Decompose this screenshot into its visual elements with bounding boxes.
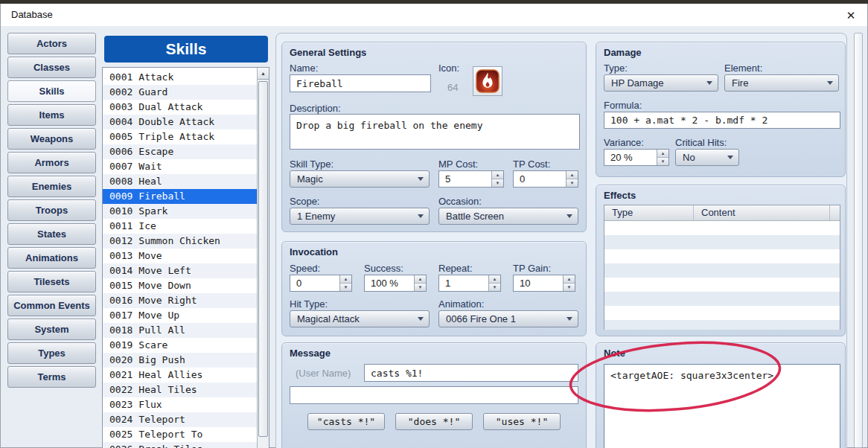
does-preset-button[interactable]: "does *!" [395,413,473,430]
sidebar-tab[interactable]: Types [7,342,96,364]
spin-up-icon[interactable]: ▲ [564,275,575,284]
chevron-down-icon [567,214,572,218]
skill-list-item[interactable]: 0011Ice [103,219,257,234]
variance-stepper[interactable]: 20 % ▲▼ [604,149,669,166]
note-input[interactable]: <targetAOE: square3x3center> [604,364,840,448]
skill-type-select[interactable]: Magic [290,170,430,188]
tp-cost-stepper[interactable]: 0 ▲▼ [513,170,578,188]
skill-list-item[interactable]: 0003Dual Attack [103,100,257,115]
skill-list-item[interactable]: 0013Move [103,249,257,263]
scope-select[interactable]: 1 Enemy [290,208,430,225]
mp-cost-stepper[interactable]: 5 ▲▼ [438,170,504,188]
skill-list-item[interactable]: 0006Escape [103,144,257,159]
skill-list-item[interactable]: 0012Summon Chicken [103,234,257,249]
general-settings-panel: General Settings Name: Icon: 64 Descript… [281,42,587,232]
sidebar-tab[interactable]: Enemies [7,176,96,197]
skill-list-item[interactable]: 0002Guard [103,85,257,100]
message-line1-input[interactable] [364,364,578,382]
sidebar-tab[interactable]: Classes [7,57,96,78]
repeat-stepper[interactable]: 1 ▲▼ [438,275,501,292]
sidebar-tab[interactable]: Troops [7,199,96,221]
name-input[interactable] [290,74,431,92]
speed-stepper[interactable]: 0 ▲▼ [290,275,352,292]
spin-up-icon[interactable]: ▲ [415,275,426,284]
skill-list-item[interactable]: 0005Triple Attack [103,129,257,144]
skill-list-item[interactable]: 0019Scare [103,338,257,353]
close-button[interactable]: ✕ [842,7,860,24]
skill-list-item[interactable]: 0022Heal Tiles [103,383,257,397]
skill-list-item[interactable]: 0017Move Up [103,308,257,323]
spin-up-icon[interactable]: ▲ [489,275,500,284]
skill-list-item[interactable]: 0016Move Right [103,293,257,308]
skill-list-item[interactable]: 0015Move Down [103,278,257,293]
skill-list-item[interactable]: 0025Teleport To [103,427,257,442]
chevron-down-icon [727,156,733,159]
casts-preset-button[interactable]: "casts *!" [307,413,385,430]
spin-down-icon[interactable]: ▼ [489,284,500,291]
spin-down-icon[interactable]: ▼ [567,179,578,187]
skill-list-item[interactable]: 0008Heal [103,174,257,189]
panel-title: General Settings [290,47,366,58]
effects-table[interactable]: Type Content [604,205,840,330]
skill-list-item[interactable]: 0004Double Attack [103,115,257,129]
hit-type-select[interactable]: Magical Attack [290,310,430,327]
skills-scrollbar[interactable]: ▲ [257,68,269,448]
animation-select[interactable]: 0066 Fire One 1 [438,310,578,327]
sidebar-tab[interactable]: System [7,319,96,340]
damage-type-select[interactable]: HP Damage [604,74,718,92]
skill-list-item[interactable]: 0023Flux [103,397,257,412]
element-select[interactable]: Fire [724,74,839,92]
critical-hits-select[interactable]: No [675,149,739,166]
spin-down-icon[interactable]: ▼ [657,158,668,165]
spin-up-icon[interactable]: ▲ [567,171,578,179]
skill-list-item[interactable]: 0018Pull All [103,323,257,338]
skill-list-item[interactable]: 0001Attack [103,70,257,85]
spin-down-icon[interactable]: ▼ [564,284,575,291]
hit-type-label: Hit Type: [290,298,328,310]
description-input[interactable]: Drop a big fireball on the enemy [290,114,580,150]
success-stepper[interactable]: 100 % ▲▼ [364,275,427,292]
skill-list-item[interactable]: 0014Move Left [103,263,257,278]
occasion-select[interactable]: Battle Screen [438,208,578,225]
spin-up-icon[interactable]: ▲ [657,150,668,158]
sidebar-tab[interactable]: Armors [7,152,96,173]
spin-up-icon[interactable]: ▲ [492,171,503,179]
sidebar: ActorsClassesSkillsItemsWeaponsArmorsEne… [7,33,96,390]
message-line2-input[interactable] [290,386,578,404]
skill-list-item[interactable]: 0010Spark [103,204,257,219]
tp-gain-stepper[interactable]: 10 ▲▼ [513,275,575,292]
skill-list-item[interactable]: 0009Fireball [103,189,257,204]
sidebar-tab[interactable]: Actors [7,33,96,54]
spin-up-icon[interactable]: ▲ [340,275,351,284]
scrollbar-thumb[interactable] [258,81,268,437]
sidebar-tab[interactable]: Common Events [7,295,96,316]
damage-type-label: Type: [604,63,628,74]
spin-down-icon[interactable]: ▼ [415,284,426,291]
sidebar-tab[interactable]: Terms [7,366,96,388]
sidebar-tab[interactable]: Skills [7,80,96,102]
name-label: Name: [290,63,318,74]
formula-input[interactable] [604,112,840,129]
uses-preset-button[interactable]: "uses *!" [483,413,561,430]
tp-cost-label: TP Cost: [513,159,550,170]
sidebar-tab[interactable]: Items [7,104,96,126]
main-scrollbar[interactable] [854,33,863,448]
skill-list-item[interactable]: 0020Big Push [103,353,257,368]
effects-table-header: Type Content [604,205,840,221]
effects-table-body[interactable] [604,221,840,330]
icon-picker-button[interactable] [473,66,502,96]
sidebar-tab[interactable]: States [7,223,96,245]
skill-list-item[interactable]: 0021Heal Allies [103,368,257,383]
skill-list-item[interactable]: 0024Teleport [103,412,257,427]
sidebar-tab[interactable]: Weapons [7,128,96,150]
skill-list-item[interactable]: 0007Wait [103,159,257,174]
sidebar-tab[interactable]: Animations [7,247,96,269]
spin-down-icon[interactable]: ▼ [340,284,351,291]
sidebar-tab[interactable]: Tilesets [7,271,96,292]
spin-down-icon[interactable]: ▼ [492,179,503,187]
scroll-up-button[interactable]: ▲ [258,68,269,80]
speed-label: Speed: [290,263,320,274]
invocation-panel: Invocation Speed: 0 ▲▼ Success: 100 % ▲▼… [281,241,587,336]
skill-list-item[interactable]: 0026Break Tiles [103,442,257,448]
mp-cost-label: MP Cost: [438,159,478,170]
